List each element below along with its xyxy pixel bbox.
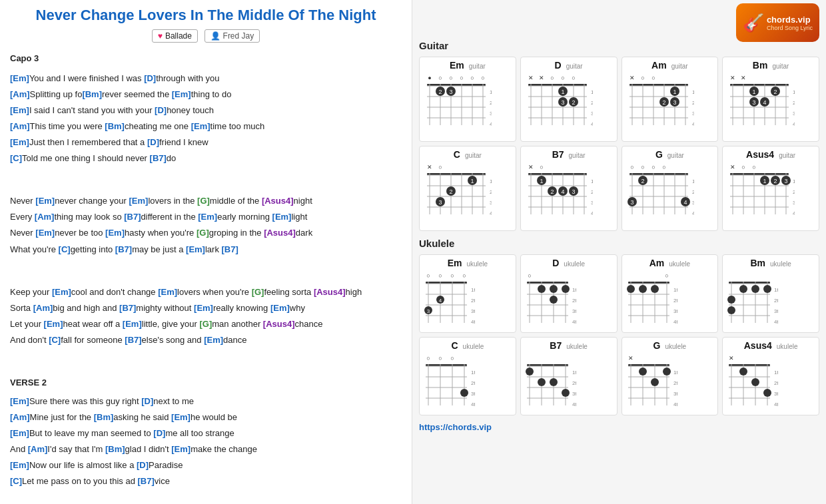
logo-brand: chords.vip	[767, 15, 813, 25]
chord-c3[interactable]: [C]	[49, 335, 61, 345]
artist-badge[interactable]: 👤 Fred Jay	[205, 29, 260, 43]
chord-asus42[interactable]: [Asus4]	[264, 228, 296, 238]
svg-text:3fr: 3fr	[793, 111, 795, 117]
guitar-em-card[interactable]: Em guitar ● ○ ○ ○ ○ ○	[419, 57, 516, 142]
chord-bm[interactable]: [Bm]	[82, 89, 102, 99]
uke-bm-type: ukulele	[770, 260, 791, 268]
url-right[interactable]: https://chords.vip	[419, 422, 819, 432]
chord-bm4[interactable]: [Bm]	[105, 444, 125, 454]
chord-em7[interactable]: [Em]	[129, 196, 148, 206]
chord-em14[interactable]: [Em]	[158, 287, 177, 297]
svg-point-264	[727, 296, 735, 304]
chord-bm3[interactable]: [Bm]	[94, 412, 114, 422]
uke-d-card[interactable]: D ukulele ○	[520, 254, 618, 333]
svg-text:2fr: 2fr	[692, 189, 694, 195]
chord-d5[interactable]: [D]	[153, 428, 165, 438]
guitar-c-card[interactable]: C guitar ✕ ○	[419, 146, 516, 231]
chord-em24[interactable]: [Em]	[10, 460, 29, 470]
chord-em10[interactable]: [Em]	[35, 228, 55, 238]
uke-c-card[interactable]: C ukulele ○ ○ ○	[419, 337, 516, 415]
chord-c2[interactable]: [C]	[59, 244, 71, 254]
chord-em11[interactable]: [Em]	[105, 228, 125, 238]
lyric-line: Never [Em]never be too [Em]hasty when yo…	[10, 225, 402, 241]
uke-g-card[interactable]: G ukulele ✕	[621, 337, 719, 415]
genre-badge[interactable]: ♥ Ballade	[152, 29, 198, 43]
chord-em[interactable]: [Em]	[10, 73, 29, 83]
uke-bm-card[interactable]: Bm ukulele	[722, 254, 819, 333]
guitar-asus4-diagram: ✕ ○ ○ 1	[725, 161, 795, 228]
uke-bm-name: Bm	[750, 258, 765, 268]
uke-asus4-card[interactable]: Asus4 ukulele ✕	[722, 337, 819, 415]
chord-em19[interactable]: [Em]	[204, 335, 223, 345]
svg-point-230	[562, 285, 570, 293]
chord-bm2[interactable]: [Bm]	[105, 121, 125, 131]
chord-am5[interactable]: [Am]	[10, 412, 30, 422]
uke-d-diagram: ○ 1fr 2	[523, 270, 576, 330]
chord-b7-2[interactable]: [B7]	[124, 212, 141, 222]
chord-d[interactable]: [D]	[144, 73, 156, 83]
chord-b7[interactable]: [B7]	[150, 153, 167, 163]
chord-d2[interactable]: [D]	[155, 105, 167, 115]
chord-em6[interactable]: [Em]	[35, 196, 55, 206]
chord-em13[interactable]: [Em]	[52, 287, 71, 297]
svg-point-316	[651, 378, 659, 386]
chord-asus43[interactable]: [Asus4]	[314, 287, 346, 297]
chord-b7-7[interactable]: [B7]	[137, 476, 154, 486]
svg-text:4: 4	[439, 298, 442, 304]
chord-am2[interactable]: [Am]	[10, 121, 30, 131]
chord-em15[interactable]: [Em]	[194, 303, 213, 313]
chord-d3[interactable]: [D]	[147, 137, 159, 147]
chord-em9[interactable]: [Em]	[272, 212, 292, 222]
chord-am6[interactable]: [Am]	[28, 444, 48, 454]
chord-g4[interactable]: [G]	[199, 319, 212, 329]
chord-em21[interactable]: [Em]	[171, 412, 191, 422]
svg-text:4fr: 4fr	[774, 401, 778, 407]
chord-g3[interactable]: [G]	[252, 287, 264, 297]
chord-em8[interactable]: [Em]	[198, 212, 217, 222]
chord-c[interactable]: [C]	[10, 153, 22, 163]
chord-b7-6[interactable]: [B7]	[125, 335, 141, 345]
chord-am[interactable]: [Am]	[10, 89, 30, 99]
svg-text:3fr: 3fr	[774, 391, 778, 397]
chord-asus44[interactable]: [Asus4]	[263, 319, 295, 329]
guitar-b7-card[interactable]: B7 guitar ✕ ○	[520, 146, 618, 231]
chord-d6[interactable]: [D]	[137, 460, 149, 470]
uke-em-card[interactable]: Em ukulele ○ ○ ○ ○	[419, 254, 516, 333]
guitar-d-card[interactable]: D guitar ✕ ✕ ○ ○ ○	[520, 57, 618, 142]
svg-text:3fr: 3fr	[591, 111, 593, 117]
uke-am-card[interactable]: Am ukulele ○	[621, 254, 719, 333]
guitar-g-card[interactable]: G guitar ○ ○ ○ ○	[621, 146, 719, 231]
chord-c4[interactable]: [C]	[10, 476, 22, 486]
chord-d4[interactable]: [D]	[141, 396, 153, 406]
guitar-am-card[interactable]: Am guitar ✕ ○ ○	[621, 57, 719, 142]
chord-em2[interactable]: [Em]	[172, 89, 191, 99]
chord-b7-4[interactable]: [B7]	[222, 244, 238, 254]
chord-em18[interactable]: [Em]	[123, 319, 142, 329]
chord-em17[interactable]: [Em]	[44, 319, 63, 329]
svg-point-247	[639, 285, 647, 293]
chord-b7-5[interactable]: [B7]	[119, 303, 136, 313]
chord-em16[interactable]: [Em]	[270, 303, 290, 313]
chord-am4[interactable]: [Am]	[33, 303, 53, 313]
uke-g-diagram: ✕ 1fr 2fr	[624, 352, 677, 412]
svg-text:4fr: 4fr	[572, 401, 576, 407]
guitar-asus4-card[interactable]: Asus4 guitar ✕ ○ ○	[722, 146, 819, 231]
guitar-bm-card[interactable]: Bm guitar ✕ ✕	[722, 57, 819, 142]
chord-g2[interactable]: [G]	[197, 228, 209, 238]
chord-g[interactable]: [G]	[197, 196, 210, 206]
svg-text:○: ○	[540, 164, 543, 170]
chord-em23[interactable]: [Em]	[171, 444, 191, 454]
svg-text:4fr: 4fr	[774, 319, 778, 325]
svg-text:○: ○	[438, 75, 442, 81]
chord-em5[interactable]: [Em]	[10, 137, 29, 147]
chord-b7-3[interactable]: [B7]	[115, 244, 132, 254]
svg-text:3: 3	[673, 99, 676, 106]
chord-em22[interactable]: [Em]	[10, 428, 29, 438]
chord-em4[interactable]: [Em]	[191, 121, 210, 131]
uke-b7-card[interactable]: B7 ukulele	[520, 337, 618, 415]
chord-em12[interactable]: [Em]	[186, 244, 205, 254]
chord-am3[interactable]: [Am]	[35, 212, 55, 222]
chord-em3[interactable]: [Em]	[10, 105, 29, 115]
chord-em20[interactable]: [Em]	[10, 396, 29, 406]
chord-asus4[interactable]: [Asus4]	[262, 196, 294, 206]
